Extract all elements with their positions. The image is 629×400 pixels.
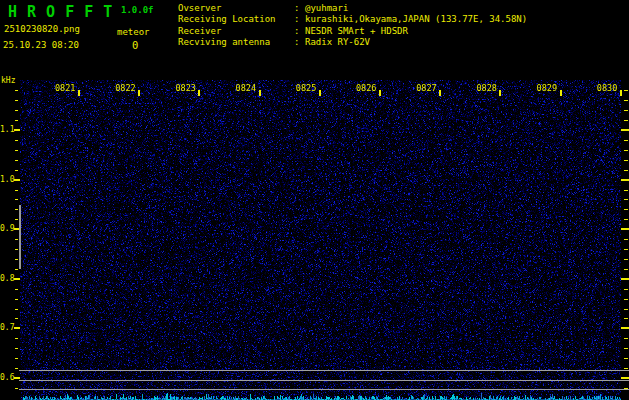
freq-tick-minor [624,318,628,319]
meteor-count: 0 [132,39,138,51]
info-value: NESDR SMArt + HDSDR [305,26,408,37]
vertical-marker-line [19,205,21,269]
freq-tick-minor [15,219,18,220]
freq-tick-major [621,327,629,329]
time-label: 0828 [476,83,496,93]
freq-tick-minor [15,120,18,121]
freq-label: 1.0 [0,175,14,185]
freq-tick-minor [15,348,18,349]
freq-label: 1.1 [0,125,14,135]
time-label: 0826 [356,83,376,93]
freq-tick-minor [624,299,628,300]
freq-tick-minor [624,348,628,349]
time-label: 0821 [55,83,75,93]
freq-tick-minor [15,209,18,210]
freq-tick-minor [15,140,18,141]
info-value: @yuhmari [305,3,348,14]
freq-tick-minor [15,299,18,300]
freq-tick-minor [15,388,18,389]
freq-tick-minor [15,199,18,200]
time-label: 0823 [175,83,195,93]
time-tick [78,90,80,96]
freq-tick-minor [15,269,18,270]
time-tick [499,90,501,96]
freq-tick-minor [624,140,628,141]
freq-tick-major [621,179,629,181]
time-label: 0824 [236,83,256,93]
freq-tick-minor [624,368,628,369]
freq-tick-minor [15,90,18,91]
freq-tick-minor [624,90,628,91]
freq-label: 0.9 [0,224,14,234]
freq-tick-minor [624,289,628,290]
freq-tick-minor [15,239,18,240]
freq-tick-minor [624,150,628,151]
freq-tick-minor [624,338,628,339]
info-row: Ovserver:@yuhmari [178,3,527,14]
freq-tick-minor [15,259,18,260]
freq-tick-minor [15,170,18,171]
freq-tick-major [14,278,20,280]
freq-tick-minor [624,239,628,240]
level-marker-line-lower [19,389,629,390]
time-tick [379,90,381,96]
freq-tick-minor [624,190,628,191]
freq-label: 0.6 [0,373,14,383]
time-tick [259,90,261,96]
freq-tick-minor [15,249,18,250]
info-label: Ovserver [178,3,294,14]
spectrogram-canvas [20,80,621,400]
freq-tick-minor [624,199,628,200]
freq-tick-minor [624,170,628,171]
version-label: 1.0.0f [121,5,154,15]
info-value: Radix RY-62V [305,37,370,48]
freq-tick-minor [15,338,18,339]
freq-label: 0.8 [0,274,14,284]
filename-label: 2510230820.png [4,24,80,34]
freq-tick-major [621,228,629,230]
info-row: Receiver:NESDR SMArt + HDSDR [178,26,527,37]
freq-tick-minor [15,100,18,101]
freq-label: 0.7 [0,323,14,333]
freq-tick-major [14,179,20,181]
time-label: 0822 [115,83,135,93]
freq-tick-minor [15,160,18,161]
time-label: 0825 [296,83,316,93]
info-row: Receiving Location:kurashiki,Okayama,JAP… [178,14,527,25]
freq-tick-minor [15,358,18,359]
freq-tick-minor [624,269,628,270]
time-label: 0830 [597,83,617,93]
level-marker-line-upper [19,370,629,371]
info-label: Receiving Location [178,14,294,25]
meteor-label: meteor [117,27,150,37]
time-tick [560,90,562,96]
datetime-label: 25.10.23 08:20 [3,40,79,50]
frequency-unit-label: kHz [1,76,15,85]
freq-tick-minor [624,100,628,101]
freq-tick-minor [624,259,628,260]
app-title: H R O F F T [8,3,113,21]
info-value: kurashiki,Okayama,JAPAN (133.77E, 34.58N… [305,14,527,25]
freq-tick-major [621,129,629,131]
freq-tick-minor [624,110,628,111]
info-colon: : [294,37,305,48]
freq-tick-minor [624,209,628,210]
freq-tick-minor [624,309,628,310]
info-row: Recviving antenna:Radix RY-62V [178,37,527,48]
info-colon: : [294,26,305,37]
freq-tick-minor [15,190,18,191]
time-tick [198,90,200,96]
freq-tick-minor [15,150,18,151]
freq-tick-minor [15,318,18,319]
info-label: Receiver [178,26,294,37]
freq-tick-minor [15,309,18,310]
time-tick [138,90,140,96]
freq-tick-major [14,129,20,131]
freq-tick-minor [624,249,628,250]
freq-tick-major [621,278,629,280]
info-colon: : [294,14,305,25]
freq-tick-minor [624,358,628,359]
level-marker-line-middle [19,380,629,381]
hrofft-window: H R O F F T 1.0.0f 2510230820.png meteor… [0,0,629,400]
freq-tick-minor [624,120,628,121]
